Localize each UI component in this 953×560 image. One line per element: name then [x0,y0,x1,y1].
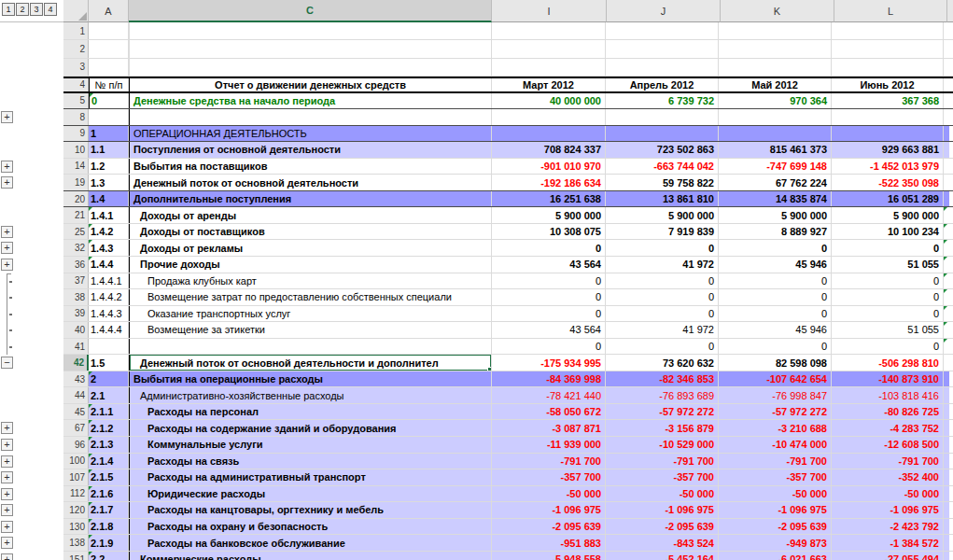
cell-A9[interactable]: 1 [89,126,129,142]
cell-A32[interactable]: 1.4.3 [89,240,129,256]
cell-J3[interactable] [606,59,719,76]
cell-M42-sliver[interactable] [944,355,949,371]
cell-M138-sliver[interactable] [944,535,949,551]
cell-M39-sliver[interactable] [944,306,949,322]
cell-K36[interactable]: 45 946 [719,257,832,273]
cell-I25[interactable]: 10 308 075 [492,224,606,240]
outline-level-button-2[interactable]: 2 [16,3,29,16]
cell-J21[interactable]: 5 900 000 [606,207,719,223]
cell-A44[interactable]: 2.1 [89,387,129,403]
cell-I38[interactable]: 0 [492,289,606,305]
cell-C9[interactable]: ОПЕРАЦИОННАЯ ДЕЯТЕЛЬНОСТЬ [129,126,492,142]
cell-J36[interactable]: 41 972 [606,257,719,273]
cell-L42[interactable]: -506 298 810 [832,355,944,371]
cell-A37[interactable]: 1.4.4.1 [89,273,129,289]
row-header-44[interactable]: 44 [63,387,89,403]
cell-K45[interactable]: -57 972 272 [719,404,832,420]
row-header-112[interactable]: 112 [63,486,89,502]
row-header-67[interactable]: 67 [63,420,89,436]
row-header-5[interactable]: 5 [63,93,89,109]
cell-C5[interactable]: Денежные средства на начало периода [129,93,492,109]
outline-expand-button-row-130[interactable]: + [1,521,13,533]
row-header-40[interactable]: 40 [63,322,89,338]
cell-M40-sliver[interactable] [944,322,949,338]
cell-M32-sliver[interactable] [944,240,949,256]
cell-C3[interactable] [129,59,492,76]
cell-L19[interactable]: -522 350 098 [832,175,944,190]
row-header-25[interactable]: 25 [63,224,89,240]
select-all-corner[interactable] [63,0,89,22]
outline-expand-button-row-120[interactable]: + [1,504,13,516]
cell-I14[interactable]: -901 010 970 [492,159,606,175]
cell-L112[interactable]: -50 000 [832,486,944,502]
cell-J112[interactable]: -50 000 [606,486,719,502]
cell-I42[interactable]: -175 934 995 [492,355,606,371]
cell-C67[interactable]: Расходы на содержание зданий и оборудова… [129,420,492,436]
row-header-1[interactable]: 1 [63,22,89,39]
cell-L151[interactable]: -27 055 494 [832,552,944,560]
cell-I10[interactable]: 708 824 337 [492,142,606,158]
column-header-J[interactable]: J [607,0,721,22]
cell-L5[interactable]: 367 368 [832,93,944,109]
cell-M130-sliver[interactable] [944,519,949,535]
cell-M2-sliver[interactable] [944,40,949,57]
cell-C41[interactable] [129,339,492,355]
cell-L138[interactable]: -1 384 572 [832,535,944,551]
cell-C14[interactable]: Выбытия на поставщиков [129,159,492,175]
cell-I9[interactable] [492,126,606,142]
cell-M8-sliver[interactable] [944,109,949,125]
cell-L44[interactable]: -103 818 416 [832,387,944,403]
cell-L41[interactable]: 0 [832,339,944,355]
cell-I39[interactable]: 0 [492,306,606,322]
cell-J39[interactable]: 0 [606,306,719,322]
cell-M100-sliver[interactable] [944,454,949,469]
cell-L14[interactable]: -1 452 013 979 [832,159,944,175]
row-header-138[interactable]: 138 [63,535,89,551]
cell-A21[interactable]: 1.4.1 [89,207,129,223]
cell-K151[interactable]: -6 021 663 [719,552,832,560]
cell-C21[interactable]: Доходы от аренды [129,207,492,223]
cell-K42[interactable]: 82 598 098 [719,355,832,371]
outline-expand-button-row-112[interactable]: + [1,488,13,500]
cell-C38[interactable]: Возмещение затрат по предоставлению собс… [129,289,492,305]
cell-K96[interactable]: -10 474 000 [719,437,832,453]
cell-I41[interactable]: 0 [492,339,606,355]
row-header-14[interactable]: 14 [63,159,89,175]
cell-J130[interactable]: -2 095 639 [606,519,719,535]
cell-J67[interactable]: -3 156 879 [606,420,719,436]
cell-K21[interactable]: 5 900 000 [719,207,832,223]
cell-I45[interactable]: -58 050 672 [492,404,606,420]
cell-C4[interactable]: Отчет о движении денежных средств [129,78,492,91]
cell-M37-sliver[interactable] [944,273,949,289]
cell-M19-sliver[interactable] [944,175,949,190]
cell-I112[interactable]: -50 000 [492,486,606,502]
outline-expand-button-row-36[interactable]: + [1,259,13,271]
cell-K100[interactable]: -791 700 [719,454,832,469]
cell-J2[interactable] [606,40,719,57]
cell-L130[interactable]: -2 423 792 [832,519,944,535]
cell-C39[interactable]: Оказание транспортных услуг [129,306,492,322]
cell-A151[interactable]: 2.2 [89,552,129,560]
cell-A19[interactable]: 1.3 [89,175,129,190]
cell-J37[interactable]: 0 [606,273,719,289]
cell-C37[interactable]: Продажа клубных карт [129,273,492,289]
row-header-9[interactable]: 9 [63,126,89,142]
cell-K138[interactable]: -949 873 [719,535,832,551]
cell-I8[interactable] [492,109,606,125]
cell-A96[interactable]: 2.1.3 [89,437,129,453]
cell-K2[interactable] [719,40,832,57]
cell-L120[interactable]: -1 096 975 [832,502,944,518]
cell-K112[interactable]: -50 000 [719,486,832,502]
cell-C19[interactable]: Денежный поток от основной деятельности [129,175,492,190]
cell-M151-sliver[interactable] [944,552,949,560]
cell-C36[interactable]: Прочие доходы [129,257,492,273]
cell-L37[interactable]: 0 [832,273,944,289]
row-header-3[interactable]: 3 [63,59,89,76]
cell-L10[interactable]: 929 663 881 [832,142,944,158]
cell-J38[interactable]: 0 [606,289,719,305]
cell-C42[interactable]: Денежный поток от основной деятельности … [129,355,492,371]
column-header-I[interactable]: I [492,0,607,22]
cell-C138[interactable]: Расходы на банковское обслуживание [129,535,492,551]
cell-I107[interactable]: -357 700 [492,469,606,485]
cell-C96[interactable]: Коммунальные услуги [129,437,492,453]
